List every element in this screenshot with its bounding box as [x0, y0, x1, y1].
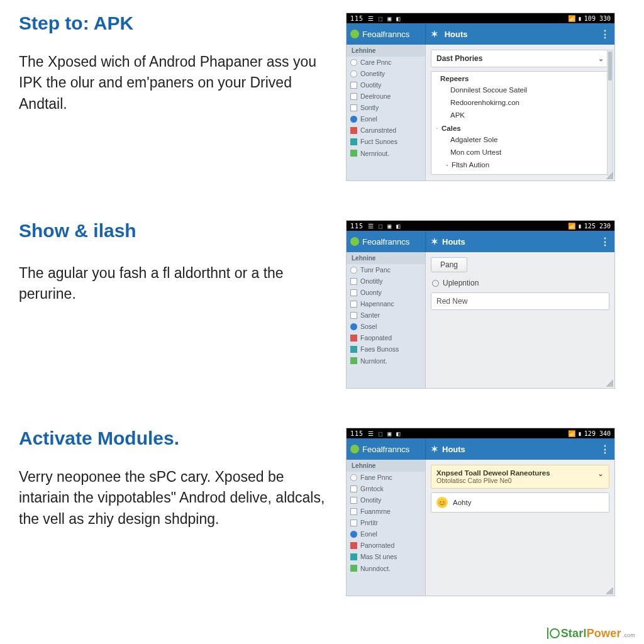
sidebar-item[interactable]: Eonel [347, 528, 425, 540]
sidebar-item[interactable]: Fane Pnnc [347, 472, 425, 483]
drawer-header[interactable]: Feoalfranncs [347, 23, 426, 45]
list-group[interactable]: Cales [431, 121, 609, 134]
overflow-menu-icon[interactable]: ⋮ [600, 236, 609, 248]
sidebar-item[interactable]: Sosel [347, 321, 425, 332]
drawer-header[interactable]: Feoalfranncs [347, 438, 426, 460]
circle-icon [350, 474, 357, 481]
sidebar-item[interactable]: Ouonty [347, 287, 425, 298]
back-icon[interactable]: ✶ [431, 236, 438, 247]
chip-label: Dast Phories [436, 54, 482, 63]
sidebar-item[interactable]: Santer [347, 309, 425, 321]
drawer-title: Feoalfranncs [362, 237, 409, 247]
main-pane: Pang Uplepntion Red New [426, 252, 614, 388]
status-left: 115 ☰ ⬚ ▣ ◧ [350, 15, 401, 22]
app-bar: ✶Houts ⋮ [426, 231, 614, 252]
note-icon [350, 357, 357, 364]
circle-icon [350, 59, 357, 66]
list-item[interactable]: Adgaleter Sole [431, 134, 609, 147]
sidebar: Lehnine Fane Pnnc Grntock Onotity Fuanmr… [347, 460, 426, 596]
scrollbar[interactable] [607, 50, 613, 175]
grid-icon [350, 346, 357, 353]
section-heading: Step to: APK [19, 13, 327, 34]
status-left: 115 ☰ ⬚ ▣ ◧ [350, 223, 401, 230]
radio-icon [432, 280, 439, 287]
doc-icon [350, 82, 357, 89]
overflow-menu-icon[interactable]: ⋮ [600, 443, 609, 455]
wifi-icon: 📶 [568, 430, 575, 437]
doc-icon [350, 104, 357, 111]
dropdown-chip[interactable]: Dast Phories ⌄ [431, 50, 609, 67]
notice-card[interactable]: Xnpsed Toall Deweol Raneotures Obtolatis… [431, 465, 609, 489]
resize-handle[interactable] [606, 379, 613, 387]
sidebar-item[interactable]: Hapennanc [347, 298, 425, 309]
sidebar-item[interactable]: Ouotity [347, 79, 425, 91]
sidebar-item[interactable]: Carunstnted [347, 125, 425, 136]
wifi-icon: 📶 [568, 223, 575, 230]
sidebar-item[interactable]: Mas St unes [347, 551, 425, 562]
sidebar-item[interactable]: Nernriout. [347, 148, 425, 159]
overflow-menu-icon[interactable]: ⋮ [600, 28, 609, 40]
action-button[interactable]: Pang [431, 257, 467, 272]
sidebar: Lehnine Care Pnnc Oonetity Ouotity Deelr… [347, 45, 426, 180]
sidebar-item[interactable]: Faes Bunoss [347, 343, 425, 355]
list-group[interactable]: Repeers [431, 72, 609, 84]
sidebar-item[interactable]: Care Pnnc [347, 57, 425, 68]
back-icon[interactable]: ✶ [431, 444, 438, 454]
section-heading: Activate Modules. [19, 428, 327, 449]
screenshot-step-apk: 115 ☰ ⬚ ▣ ◧ 📶 ▮ 109 330 Feoalfranncs ✶ H… [346, 13, 615, 181]
list-item[interactable]: 😊 Aohty [436, 497, 604, 508]
battery-icon: ▮ [578, 223, 582, 230]
sidebar-item[interactable]: Deelroune [347, 91, 425, 102]
status-bar: 115 ☰ ⬚ ▣ ◧ 📶 ▮ 125 230 [347, 221, 614, 231]
section-body: The agular you fash a fl aldorthnt or a … [19, 263, 327, 305]
drawer-header[interactable]: Feoalfranncs [347, 231, 426, 252]
battery-icon: ▮ [578, 15, 582, 22]
sidebar-item[interactable]: Faopnated [347, 332, 425, 343]
list-item[interactable]: Donnilest Socoue Sateil [431, 84, 609, 97]
resize-handle[interactable] [606, 172, 613, 179]
sidebar-item[interactable]: Tunr Panc [347, 264, 425, 275]
sidebar-item[interactable]: Fuct Sunoes [347, 136, 425, 147]
screenshot-show-flash: 115 ☰ ⬚ ▣ ◧ 📶 ▮ 125 230 Feoalfranncs ✶Ho… [346, 220, 615, 389]
smiley-icon: 😊 [436, 497, 448, 508]
pin-icon [350, 323, 357, 330]
sidebar-item[interactable]: Nurnlont. [347, 355, 425, 367]
back-icon[interactable]: ✶ [431, 29, 438, 39]
scrollbar-thumb[interactable] [608, 52, 612, 80]
sidebar-item[interactable]: Onotity [347, 494, 425, 506]
notice-subtitle: Obtolatisc Cato Plive Ne0 [436, 477, 512, 484]
list-item[interactable]: Fltsh Aution [431, 159, 609, 172]
app-bar: ✶ Houts ⋮ [426, 23, 614, 45]
app-bar: ✶Houts ⋮ [426, 438, 614, 460]
doc-icon [350, 93, 357, 100]
sidebar-item[interactable]: Pnrtitr [347, 517, 425, 528]
drawer-title: Feoalfranncs [362, 30, 409, 39]
list-item[interactable]: Mon com Urtest [431, 147, 609, 159]
sidebar-item[interactable]: Oonetity [347, 68, 425, 79]
doc-icon [350, 519, 357, 526]
sidebar-item[interactable]: Nunndoct. [347, 563, 425, 574]
watermark-logo: StarlPower.com [546, 627, 635, 640]
list-item[interactable]: Redoorenhokirng.con [431, 97, 609, 109]
resize-handle[interactable] [606, 587, 613, 594]
doc-icon [350, 301, 357, 308]
sidebar-item[interactable]: Eonel [347, 113, 425, 125]
status-time: 129 340 [584, 430, 611, 437]
doc-icon [350, 508, 357, 515]
circle-icon [350, 70, 357, 77]
radio-option[interactable]: Uplepntion [432, 279, 609, 287]
sidebar-item[interactable]: Sontly [347, 102, 425, 113]
grid-icon [350, 138, 357, 145]
app-logo-icon [350, 237, 359, 246]
section-body: The Xposed wich of Androd Phapaner ass y… [19, 52, 327, 114]
section-heading: Show & ilash [19, 220, 327, 242]
sidebar-item[interactable]: Onotitly [347, 275, 425, 287]
sidebar-item[interactable]: Grntock [347, 483, 425, 494]
file-icon [447, 165, 448, 166]
sidebar-item[interactable]: Fuanmrne [347, 506, 425, 517]
sidebar-item[interactable]: Panornated [347, 540, 425, 551]
text-field[interactable]: Red New [431, 292, 609, 310]
pin-icon [350, 116, 357, 123]
flag-icon [350, 542, 357, 549]
list-item[interactable]: APK [431, 109, 609, 122]
